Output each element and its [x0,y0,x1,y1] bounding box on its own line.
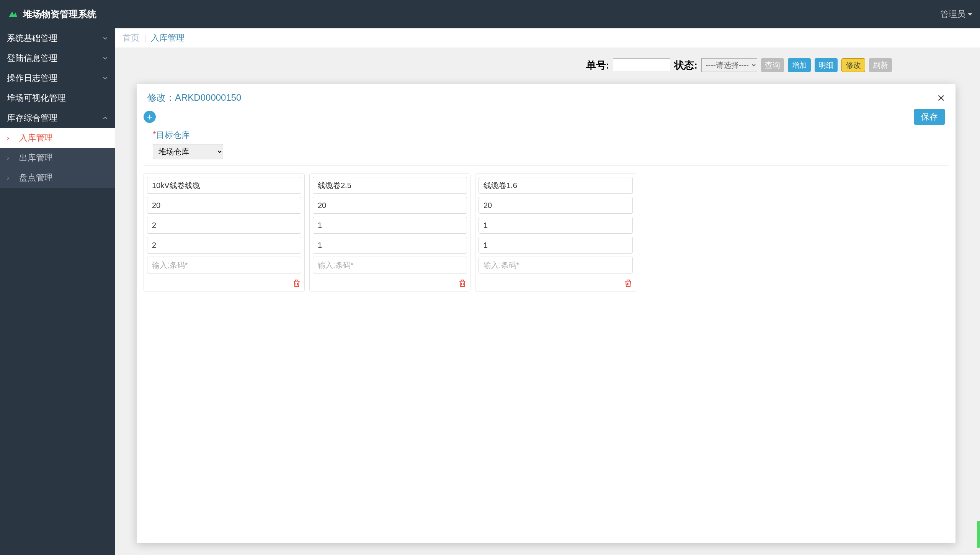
trash-icon[interactable] [458,278,467,288]
save-button[interactable]: 保存 [914,109,945,125]
modal-title-prefix: 修改： [147,92,175,103]
item-card [309,174,470,291]
modal-header: 修改：ARKD00000150 × [137,84,956,109]
item-card [144,174,305,291]
right-edge-indicator [977,521,980,548]
trash-icon[interactable] [292,278,301,288]
item-name-input[interactable] [479,177,633,194]
modal-title-id: ARKD00000150 [175,92,241,103]
item-field-3[interactable] [313,217,467,234]
item-barcode-input[interactable] [147,257,301,273]
item-field-4[interactable] [479,237,633,254]
modal-actions-row: + 保存 [137,109,956,129]
item-field-2[interactable] [313,197,467,214]
item-field-3[interactable] [147,217,301,234]
close-icon[interactable]: × [937,91,945,104]
item-card [475,174,636,291]
item-name-input[interactable] [313,177,467,194]
target-warehouse-label: *目标仓库 [153,129,956,141]
item-field-4[interactable] [147,237,301,254]
item-field-4[interactable] [313,237,467,254]
item-barcode-input[interactable] [479,257,633,273]
target-warehouse-row: *目标仓库 [137,129,956,144]
item-field-2[interactable] [479,197,633,214]
item-field-3[interactable] [479,217,633,234]
item-barcode-input[interactable] [313,257,467,273]
trash-icon[interactable] [624,278,633,288]
card-footer [479,277,633,288]
item-name-input[interactable] [147,177,301,194]
required-marker: * [153,129,156,141]
card-footer [147,277,301,288]
modal-title: 修改：ARKD00000150 [147,92,241,104]
target-warehouse-select[interactable]: 堆场仓库 [153,144,223,159]
item-cards-row [137,166,956,299]
add-row-button[interactable]: + [144,111,156,123]
item-field-2[interactable] [147,197,301,214]
edit-modal: 修改：ARKD00000150 × + 保存 *目标仓库 堆场仓库 [137,84,956,543]
card-footer [313,277,467,288]
